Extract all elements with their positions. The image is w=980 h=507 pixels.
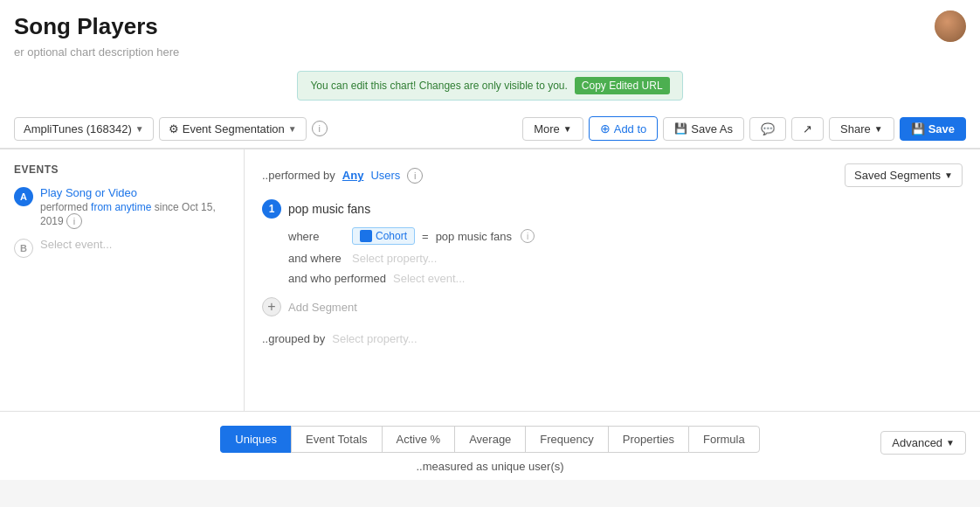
share-caret: ▼ (874, 124, 883, 134)
app-selector-caret: ▼ (135, 124, 144, 134)
segment-info-icon[interactable]: i (407, 168, 423, 184)
event-a-link[interactable]: Play Song or Video (40, 186, 230, 199)
select-event-inline[interactable]: Select event... (393, 272, 465, 285)
save-icon: 💾 (911, 122, 925, 135)
saved-segments-label: Saved Segments (854, 169, 941, 182)
add-to-label: Add to (614, 122, 647, 135)
copy-url-button[interactable]: Copy Edited URL (575, 77, 670, 94)
main-content: Events A Play Song or Video performed fr… (0, 149, 980, 411)
event-a-meta: performed from anytime since Oct 15, 201… (40, 201, 230, 229)
grouped-by-row: ..grouped by Select property... (262, 332, 963, 345)
metrics-bar: UniquesEvent TotalsActive %AverageFreque… (0, 411, 980, 480)
metric-tab-frequency[interactable]: Frequency (525, 426, 607, 453)
toolbar-right: More ▼ ⊕ Add to 💾 Save As 💬 ↗ Share ▼ (522, 116, 966, 141)
where-label: where (288, 230, 345, 243)
cohort-info-icon[interactable]: i (521, 229, 535, 243)
segment-1-block: 1 pop music fans where Cohort = pop musi… (262, 199, 963, 285)
segment-1-number: 1 (262, 199, 281, 219)
page-subtitle: er optional chart description here (14, 45, 966, 59)
event-b-badge: B (14, 239, 33, 258)
avatar[interactable] (935, 10, 966, 42)
page-title: Song Players (14, 13, 158, 40)
save-as-button[interactable]: 💾 Save As (663, 117, 744, 141)
where-row: where Cohort = pop music fans i (288, 227, 963, 245)
share-label: Share (840, 122, 871, 135)
grouped-by-label: ..grouped by (262, 332, 325, 345)
app-selector-label: AmpliTunes (168342) (24, 122, 132, 135)
toolbar-left: AmpliTunes (168342) ▼ ⚙ Event Segmentati… (14, 117, 328, 141)
top-header: Song Players er optional chart descripti… (0, 0, 980, 149)
metrics-tabs: UniquesEvent TotalsActive %AverageFreque… (220, 426, 759, 453)
measured-label: ..measured as unique user(s) (0, 460, 980, 473)
metric-tab-uniques[interactable]: Uniques (220, 426, 291, 453)
event-b-select[interactable]: Select event... (40, 238, 112, 251)
segment-1-name: pop music fans (288, 202, 370, 216)
save-label: Save (928, 122, 955, 135)
more-label: More (534, 122, 560, 135)
metric-tab-formula[interactable]: Formula (688, 426, 760, 453)
performed-by-label: ..performed by (262, 169, 335, 182)
cohort-icon (360, 230, 372, 242)
grouped-by-select[interactable]: Select property... (332, 332, 417, 345)
edit-banner: You can edit this chart! Changes are onl… (297, 71, 682, 101)
users-button[interactable]: Users (370, 169, 400, 182)
add-icon: ⊕ (600, 122, 611, 135)
event-a-badge: A (14, 187, 33, 206)
and-where-row: and where Select property... (288, 252, 963, 265)
metric-tab-average[interactable]: Average (454, 426, 525, 453)
select-property[interactable]: Select property... (352, 252, 437, 265)
avatar-image (935, 10, 966, 42)
edit-banner-wrap: You can edit this chart! Changes are onl… (14, 66, 966, 109)
metrics-tabs-row: UniquesEvent TotalsActive %AverageFreque… (0, 426, 980, 460)
save-as-icon: 💾 (674, 122, 687, 135)
performed-label: performed (40, 201, 88, 213)
title-row: Song Players (14, 10, 966, 42)
share-button[interactable]: Share ▼ (829, 117, 894, 141)
add-segment-row[interactable]: + Add Segment (262, 297, 963, 316)
event-b-item: B Select event... (14, 238, 230, 258)
metric-tab-event-totals[interactable]: Event Totals (291, 426, 382, 453)
banner-message: You can edit this chart! Changes are onl… (310, 80, 567, 92)
more-button[interactable]: More ▼ (522, 117, 583, 141)
equals-sign: = (422, 230, 429, 243)
segment-panel: ..performed by Any Users i Saved Segment… (245, 149, 980, 411)
add-segment-circle[interactable]: + (262, 297, 281, 316)
more-caret: ▼ (563, 124, 572, 134)
metric-tab-active-pct[interactable]: Active % (382, 426, 455, 453)
metric-tab-properties[interactable]: Properties (608, 426, 688, 453)
save-as-label: Save As (691, 122, 733, 135)
saved-segments-button[interactable]: Saved Segments ▼ (845, 163, 963, 187)
and-who-label: and who performed (288, 272, 386, 285)
segment-1-header: 1 pop music fans (262, 199, 963, 219)
events-panel-label: Events (14, 163, 230, 176)
events-panel: Events A Play Song or Video performed fr… (0, 149, 245, 411)
advanced-label: Advanced (892, 436, 942, 449)
comment-icon: 💬 (761, 122, 775, 135)
app-selector-button[interactable]: AmpliTunes (168342) ▼ (14, 117, 154, 141)
event-segmentation-button[interactable]: ⚙ Event Segmentation ▼ (159, 117, 307, 141)
event-a-info-icon[interactable]: i (66, 213, 82, 229)
toolbar: AmpliTunes (168342) ▼ ⚙ Event Segmentati… (14, 109, 966, 148)
cohort-value: pop music fans (436, 230, 512, 243)
share-icon-button[interactable]: ↗ (791, 117, 824, 141)
comment-button[interactable]: 💬 (749, 117, 786, 141)
advanced-caret: ▼ (946, 438, 955, 448)
event-segmentation-label: Event Segmentation (183, 122, 285, 135)
event-a-item: A Play Song or Video performed from anyt… (14, 186, 230, 229)
toolbar-info-icon[interactable]: i (312, 121, 328, 136)
and-where-label: and where (288, 252, 345, 265)
save-button[interactable]: 💾 Save (900, 117, 966, 141)
any-button[interactable]: Any (342, 169, 364, 182)
saved-segments-caret: ▼ (944, 170, 953, 180)
advanced-button[interactable]: Advanced ▼ (880, 431, 966, 455)
event-segmentation-caret: ▼ (288, 124, 297, 134)
segmentation-icon: ⚙ (169, 122, 179, 135)
cohort-label: Cohort (376, 230, 407, 242)
add-segment-label: Add Segment (288, 301, 357, 314)
from-anytime-link[interactable]: from anytime (91, 201, 151, 213)
cohort-tag[interactable]: Cohort (352, 227, 415, 245)
and-who-row: and who performed Select event... (288, 272, 963, 285)
share-arrow-icon: ↗ (803, 122, 812, 135)
event-a-details: Play Song or Video performed from anytim… (40, 186, 230, 229)
add-to-button[interactable]: ⊕ Add to (589, 116, 659, 141)
